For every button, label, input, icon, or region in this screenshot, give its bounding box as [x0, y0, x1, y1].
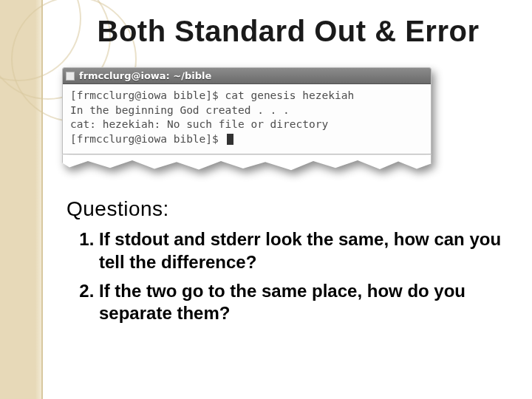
terminal-window-title: frmcclurg@iowa: ~/bible	[79, 70, 211, 81]
terminal-window: frmcclurg@iowa: ~/bible [frmcclurg@iowa …	[62, 67, 432, 154]
terminal-screenshot: frmcclurg@iowa: ~/bible [frmcclurg@iowa …	[62, 67, 432, 171]
torn-edge	[62, 154, 432, 171]
slide: Both Standard Out & Error frmcclurg@iowa…	[0, 0, 532, 399]
stdout-line: In the beginning God created . . .	[70, 104, 290, 116]
window-icon	[66, 72, 75, 81]
cursor	[227, 134, 233, 145]
prompt: [frmcclurg@iowa bible]$	[70, 133, 225, 145]
page-title: Both Standard Out & Error	[66, 15, 510, 48]
list-item: If the two go to the same place, how do …	[99, 280, 510, 325]
questions-list: If stdout and stderr look the same, how …	[66, 228, 510, 325]
terminal-titlebar: frmcclurg@iowa: ~/bible	[63, 68, 431, 84]
terminal-body: [frmcclurg@iowa bible]$ cat genesis heze…	[63, 84, 431, 154]
left-accent-band	[0, 0, 43, 399]
questions-heading: Questions:	[66, 197, 510, 221]
list-item: If stdout and stderr look the same, how …	[99, 228, 510, 273]
slide-content: Both Standard Out & Error frmcclurg@iowa…	[66, 15, 510, 377]
command-text: cat genesis hezekiah	[225, 89, 355, 101]
prompt: [frmcclurg@iowa bible]$	[70, 89, 225, 101]
stderr-line: cat: hezekiah: No such file or directory	[70, 118, 328, 130]
